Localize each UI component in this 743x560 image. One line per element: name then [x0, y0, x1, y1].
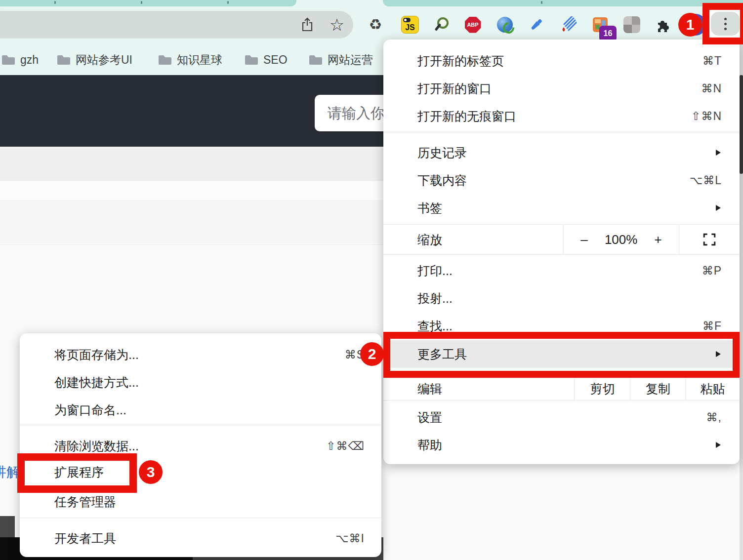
eyedropper-extension-icon[interactable] [527, 16, 545, 34]
bookmark-folder-gzh[interactable]: gzh [1, 44, 39, 75]
js-toggle-extension-icon[interactable]: JS [401, 16, 419, 34]
recycle-extension-icon[interactable]: ♻ [367, 16, 384, 34]
menu-item-label: 帮助 [417, 437, 716, 453]
kebab-dot [724, 28, 727, 30]
folder-icon [158, 54, 172, 65]
menu-separator [383, 132, 740, 132]
page-footer-block [0, 516, 15, 537]
annotation-box-kebab-menu [702, 3, 743, 44]
bookmark-label: 知识星球 [177, 52, 222, 68]
menu-shortcut: ⌘T [702, 54, 722, 68]
adblock-plus-extension-icon[interactable]: ABP [464, 16, 482, 34]
menu-item-label: 将页面存储为... [54, 347, 345, 363]
bookmark-star-icon[interactable]: ☆ [328, 16, 346, 34]
menu-item-label: 清除浏览数据... [54, 438, 326, 454]
fullscreen-button[interactable] [679, 225, 740, 254]
tab-divider [227, 1, 229, 4]
menu-item-label: 设置 [417, 409, 706, 426]
edit-copy-button[interactable]: 复制 [630, 378, 686, 400]
tab-divider [141, 1, 142, 4]
kebab-dot [724, 18, 727, 20]
bookmark-label: gzh [20, 53, 39, 67]
menu-shortcut: ⌘F [702, 320, 722, 333]
menu-item-new-window[interactable]: 打开新的窗口 ⌘N [383, 75, 740, 102]
bookmark-folder-seo[interactable]: SEO [245, 44, 288, 75]
bookmark-label: 网站参考UI [76, 52, 132, 68]
share-icon[interactable] [298, 16, 316, 34]
menu-item-new-incognito-window[interactable]: 打开新的无痕窗口 ⇧⌘N [383, 102, 740, 130]
menu-item-label: 创建快捷方式... [54, 374, 365, 391]
zoom-out-button[interactable]: – [580, 232, 587, 247]
menu-item-downloads[interactable]: 下载内容 ⌥⌘L [383, 166, 740, 194]
tab-strip-right[interactable] [383, 0, 743, 6]
menu-item-label: 打开新的标签页 [417, 53, 702, 69]
page-scrollbar-thumb[interactable] [740, 75, 743, 174]
menu-item-label: 打开新的无痕窗口 [417, 108, 691, 124]
annotation-box-more-tools [383, 332, 740, 378]
colorpicker-rain-extension-icon[interactable] [559, 16, 577, 34]
menu-shortcut: ⌥⌘L [690, 174, 722, 187]
menu-shortcut: ⌘, [706, 411, 722, 424]
bookmark-folder-site-operation[interactable]: 网站运营 [309, 44, 373, 75]
menu-item-label: 打开新的窗口 [417, 80, 701, 97]
bookmark-folder-knowledge-planet[interactable]: 知识星球 [158, 44, 222, 75]
fullscreen-icon [702, 233, 716, 246]
edit-label: 编辑 [417, 378, 442, 400]
kebab-dot [724, 23, 727, 25]
kebab-menu-button[interactable] [711, 12, 740, 36]
chrome-main-menu: 打开新的标签页 ⌘T 打开新的窗口 ⌘N 打开新的无痕窗口 ⇧⌘N 历史记录 下… [383, 40, 740, 464]
grid-extension-icon[interactable]: 16 [591, 16, 609, 34]
tab-strip-left[interactable] [0, 0, 296, 6]
folder-icon [309, 54, 323, 65]
page-link-fragment[interactable]: 讲解 [0, 463, 20, 481]
annotation-step-1: 1 [678, 13, 702, 37]
menu-separator [20, 425, 381, 425]
globe-extension-icon[interactable] [496, 16, 514, 34]
menu-item-bookmarks[interactable]: 书签 [383, 194, 740, 222]
menu-item-edit: 编辑 剪切 复制 粘贴 [383, 377, 740, 400]
extensions-puzzle-icon[interactable] [654, 16, 672, 34]
menu-item-cast[interactable]: 投射... [383, 284, 740, 312]
menu-item-zoom: 缩放 – 100% + [383, 224, 740, 255]
bookmark-folder-site-reference[interactable]: 网站参考UI [57, 44, 132, 75]
menu-item-settings[interactable]: 设置 ⌘, [383, 403, 740, 431]
menu-item-developer-tools[interactable]: 开发者工具 ⌥⌘I [20, 524, 381, 552]
menu-item-name-window[interactable]: 为窗口命名... [20, 396, 381, 424]
submenu-arrow-icon [716, 205, 721, 211]
menu-item-history[interactable]: 历史记录 [383, 139, 740, 166]
menu-item-label: 投射... [417, 290, 722, 307]
menu-item-print[interactable]: 打印... ⌘P [383, 257, 740, 284]
menu-shortcut: ⌥⌘I [335, 532, 365, 545]
zoom-value: 100% [605, 232, 638, 247]
menu-item-create-shortcut[interactable]: 创建快捷方式... [20, 368, 381, 396]
menu-shortcut: ⇧⌘N [691, 110, 722, 123]
seo-magnifier-extension-icon[interactable] [433, 16, 451, 34]
zoom-in-button[interactable]: + [655, 232, 662, 247]
browser-window: ☆ ♻ JS ABP 16 gzh [0, 0, 743, 560]
submenu-arrow-icon [716, 150, 721, 156]
menu-item-help[interactable]: 帮助 [383, 431, 740, 459]
menu-shortcut: ⇧⌘⌫ [326, 440, 365, 453]
menu-item-new-tab[interactable]: 打开新的标签页 ⌘T [383, 47, 740, 75]
edit-cut-button[interactable]: 剪切 [574, 378, 630, 400]
abp-extension-label: ABP [465, 17, 481, 33]
annotation-step-3: 3 [139, 460, 163, 484]
menu-item-label: 为窗口命名... [54, 402, 365, 418]
menu-item-label: 打印... [417, 263, 702, 279]
chrome-page-submenu: 将页面存储为... ⌘S 创建快捷方式... 为窗口命名... 清除浏览数据..… [20, 333, 381, 557]
menu-shortcut: ⌘N [701, 82, 722, 95]
bookmark-label: SEO [263, 53, 288, 67]
menu-item-label: 历史记录 [417, 145, 716, 161]
js-extension-label: JS [402, 23, 418, 32]
folder-icon [1, 54, 15, 65]
menu-shortcut: ⌘P [702, 264, 722, 278]
folder-icon [245, 54, 258, 65]
menu-item-save-page-as[interactable]: 将页面存储为... ⌘S [20, 341, 381, 368]
annotation-step-2: 2 [360, 342, 384, 366]
submenu-arrow-icon [716, 442, 721, 448]
bookmark-label: 网站运营 [328, 52, 373, 68]
annotation-box-extensions [17, 453, 137, 493]
quad-extension-icon[interactable] [623, 16, 641, 34]
menu-separator [20, 518, 381, 518]
edit-paste-button[interactable]: 粘贴 [685, 378, 740, 400]
